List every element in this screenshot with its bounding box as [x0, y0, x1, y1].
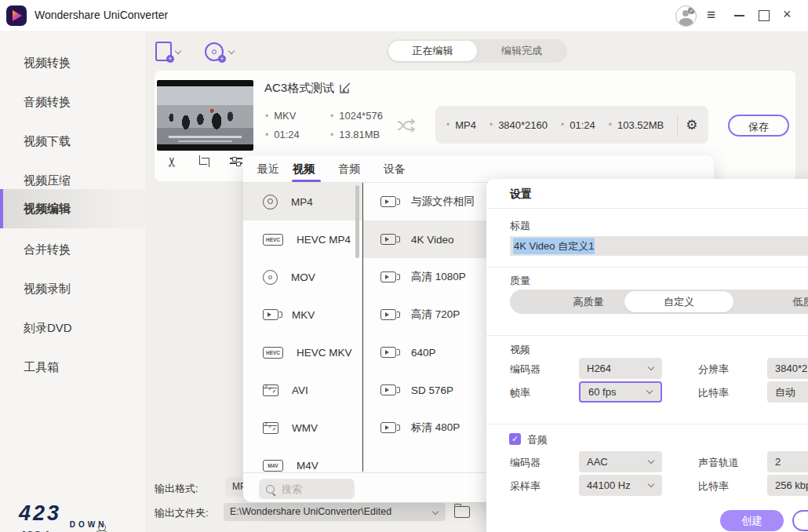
video-camera-icon	[380, 234, 396, 245]
source-size: •13.81MB	[330, 129, 380, 140]
audio-bitrate-label: 比特率	[698, 479, 729, 494]
sidebar: 视频转换 音频转换 视频下载 视频压缩 视频编辑 合并转换 视频录制 刻录DVD…	[0, 32, 145, 532]
framerate-select[interactable]: 60 fps	[579, 381, 662, 403]
search-input[interactable]	[280, 483, 346, 496]
target-settings-gear-icon[interactable]: ⚙	[686, 117, 697, 133]
watermark-logo: 423 DOWN 423down.com	[19, 503, 107, 532]
minimize-icon[interactable]	[734, 15, 744, 16]
resolution-value[interactable]: 3840*2160	[767, 358, 808, 379]
video-camera-icon	[380, 347, 396, 358]
secondary-button[interactable]	[792, 510, 808, 531]
resolution-label: 分辨率	[698, 363, 729, 377]
sidebar-item-burn-dvd[interactable]: 刻录DVD	[0, 308, 145, 348]
disc-icon	[263, 270, 278, 285]
format-search-box[interactable]	[259, 479, 355, 499]
save-button[interactable]: 保存	[728, 115, 789, 137]
popup-tab-recent[interactable]: 最近	[257, 162, 279, 177]
popup-tab-video[interactable]: 视频	[293, 162, 315, 177]
app-logo-icon	[6, 5, 27, 26]
file-title: AC3格式测试	[264, 81, 334, 96]
title-label: 标题	[510, 219, 530, 233]
rename-icon[interactable]	[339, 82, 351, 94]
camera-icon	[263, 309, 278, 320]
add-file-icon[interactable]: +	[155, 42, 172, 61]
sidebar-item-merge-convert[interactable]: 合并转换	[0, 230, 145, 269]
devices-icon	[96, 523, 109, 532]
menu-icon[interactable]: ≡	[707, 6, 715, 24]
maximize-icon[interactable]	[759, 10, 770, 21]
convert-shuffle-icon	[395, 116, 417, 135]
add-file-chevron-icon[interactable]	[175, 48, 181, 54]
hevc-badge-icon: HEVC	[263, 234, 283, 246]
video-section-label: 视频	[510, 343, 530, 357]
video-camera-icon	[380, 422, 396, 433]
sidebar-item-toolbox[interactable]: 工具箱	[0, 348, 145, 387]
output-format-label: 输出格式:	[155, 482, 198, 496]
hevc-badge-icon: HEVC	[263, 347, 283, 359]
trim-scissors-icon[interactable]: ✂	[164, 156, 180, 167]
selected-text: 4K Video 自定义1	[513, 238, 595, 254]
settings-title: 设置	[510, 188, 532, 202]
title-input[interactable]: 4K Video 自定义1	[510, 236, 808, 256]
browse-folder-icon[interactable]	[454, 506, 470, 518]
tab-editing[interactable]: 正在编辑	[388, 41, 477, 61]
quality-label: 质量	[510, 274, 530, 288]
format-item-mov[interactable]: MOV	[243, 258, 362, 296]
sidebar-item-video-download[interactable]: 视频下载	[0, 122, 145, 161]
framerate-label: 帧率	[510, 386, 530, 400]
output-folder-label: 输出文件夹:	[155, 506, 209, 520]
audio-checkbox[interactable]: ✓	[509, 433, 521, 445]
source-duration: •01:24	[265, 129, 300, 140]
format-item-hevc-mp4[interactable]: HEVCHEVC MP4	[243, 220, 362, 258]
popup-tab-audio[interactable]: 音频	[338, 162, 360, 177]
samplerate-label: 采样率	[510, 479, 540, 494]
film-icon	[263, 422, 278, 434]
title-bar: Wondershare UniConverter ✓ ≡ ×	[0, 0, 808, 32]
format-item-wmv[interactable]: WMV	[243, 409, 362, 446]
sidebar-item-audio-convert[interactable]: 音频转换	[0, 82, 145, 122]
create-button[interactable]: 创建	[720, 510, 784, 531]
add-disc-chevron-icon[interactable]	[228, 48, 235, 54]
video-camera-icon	[380, 384, 396, 395]
target-size: •103.52MB	[609, 119, 664, 131]
video-camera-icon	[380, 271, 396, 282]
sidebar-item-screen-record[interactable]: 视频录制	[0, 269, 145, 308]
output-folder-select[interactable]: E:\Wondershare UniConverter\Edited	[224, 503, 446, 521]
samplerate-select[interactable]: 44100 Hz	[579, 475, 662, 496]
sidebar-item-video-convert[interactable]: 视频转换	[0, 43, 145, 82]
tab-edit-done[interactable]: 编辑完成	[482, 41, 561, 61]
quality-segmented-control: 高质量 自定义 低质量	[510, 290, 808, 314]
sidebar-item-video-edit[interactable]: 视频编辑	[0, 189, 145, 228]
channels-label: 声音轨道	[698, 456, 739, 470]
format-item-avi[interactable]: AVI	[243, 371, 362, 409]
video-thumbnail[interactable]	[157, 80, 253, 151]
add-disc-icon[interactable]: +	[205, 42, 224, 61]
source-format: •MKV	[265, 110, 296, 122]
folder-chevron-icon	[432, 508, 439, 515]
format-item-m4v[interactable]: M4VM4V	[243, 446, 362, 472]
target-duration: •01:24	[561, 119, 595, 131]
close-icon[interactable]: ×	[783, 6, 792, 23]
video-encoder-select[interactable]: H264	[579, 358, 662, 379]
quality-option-low[interactable]: 低质量	[757, 290, 808, 314]
audio-bitrate-value[interactable]: 256 kbps	[767, 475, 808, 496]
target-format: •MP4	[446, 119, 476, 131]
format-item-mp4[interactable]: MP4	[243, 183, 362, 220]
channels-value[interactable]: 2	[767, 451, 808, 472]
format-item-mkv[interactable]: MKV	[243, 296, 362, 333]
video-bitrate-value[interactable]: 自动	[767, 381, 808, 403]
source-resolution: •1024*576	[330, 110, 383, 122]
target-resolution: •3840*2160	[490, 119, 548, 131]
format-item-hevc-mkv[interactable]: HEVCHEVC MKV	[243, 333, 362, 371]
popup-tab-device[interactable]: 设备	[384, 162, 406, 177]
format-list-scrollbar[interactable]	[355, 185, 359, 258]
quality-option-custom[interactable]: 自定义	[624, 291, 733, 312]
crop-icon[interactable]	[198, 155, 209, 166]
video-camera-icon	[380, 196, 396, 207]
account-avatar-icon[interactable]: ✓	[675, 5, 697, 27]
audio-section-label: 音频	[527, 433, 548, 447]
search-icon	[266, 485, 275, 494]
video-bitrate-label: 比特率	[698, 386, 729, 400]
audio-encoder-select[interactable]: AAC	[579, 451, 662, 472]
effects-sliders-icon[interactable]	[230, 156, 242, 166]
